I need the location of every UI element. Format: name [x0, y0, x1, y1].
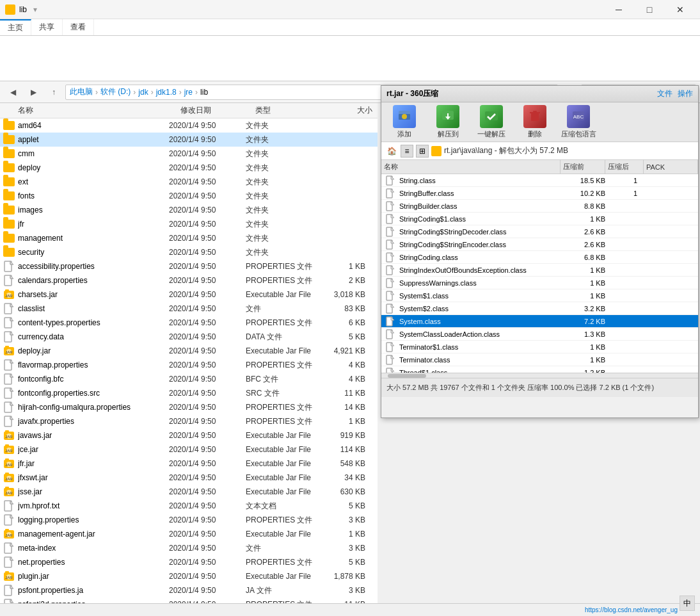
svg-rect-31	[5, 473, 9, 474]
zip-home-icon[interactable]: 🏠	[385, 145, 398, 158]
file-row[interactable]: fonts2020/1/4 9:50文件夹	[0, 189, 378, 203]
file-size: 3 KB	[322, 586, 370, 595]
file-row[interactable]: deploy2020/1/4 9:50文件夹	[0, 161, 378, 175]
forward-button[interactable]: ▶	[24, 84, 42, 101]
zip-file-icon	[384, 302, 397, 315]
zip-file-row[interactable]: System.class7.2 KB	[381, 315, 698, 328]
extract-label: 解压到	[438, 129, 459, 139]
zip-file-name: String.class	[399, 177, 566, 184]
zip-nav-grid[interactable]: ⊞	[416, 145, 429, 158]
zip-file-row[interactable]: Terminator$1.class1 KB	[381, 341, 698, 353]
file-row[interactable]: JARdeploy.jar2020/1/4 9:50Executable Jar…	[0, 344, 378, 358]
file-row[interactable]: JARplugin.jar2020/1/4 9:50Executable Jar…	[0, 569, 378, 583]
zip-nav-list[interactable]: ≡	[401, 145, 413, 158]
file-row[interactable]: applet2020/1/4 9:50文件夹	[0, 133, 378, 147]
zip-file-row[interactable]: String.class18.5 KB1	[381, 174, 698, 187]
file-size: 34 KB	[322, 473, 370, 482]
zip-file-row[interactable]: StringBuilder.class8.8 KB	[381, 200, 698, 213]
file-row[interactable]: security2020/1/4 9:50文件夹	[0, 245, 378, 259]
col-header-name[interactable]: 名称	[15, 105, 178, 116]
file-row[interactable]: JARjavaws.jar2020/1/4 9:50Executable Jar…	[0, 428, 378, 442]
zip-file-row[interactable]: Thread$1.class1.2 KB	[381, 366, 698, 373]
file-row[interactable]: jvm.hprof.txt2020/1/4 9:50文本文档5 KB	[0, 499, 378, 513]
zip-tool-extract[interactable]: 解压到	[430, 105, 466, 139]
file-row[interactable]: meta-index2020/1/4 9:50文件3 KB	[0, 541, 378, 555]
file-row[interactable]: currency.data2020/1/4 9:50DATA 文件5 KB	[0, 330, 378, 344]
zip-col-after[interactable]: 压缩后	[605, 160, 644, 174]
title-bar-controls: ─ □ ✕	[604, 0, 695, 19]
zip-tool-onekey[interactable]: 一键解压	[473, 105, 509, 139]
tab-view[interactable]: 查看	[63, 19, 94, 35]
file-row[interactable]: fontconfig.bfc2020/1/4 9:50BFC 文件4 KB	[0, 372, 378, 386]
file-row[interactable]: hijrah-config-umalqura.properties2020/1/…	[0, 400, 378, 414]
back-button[interactable]: ◀	[4, 84, 22, 101]
tab-home[interactable]: 主页	[0, 19, 31, 35]
close-button[interactable]: ✕	[665, 0, 695, 19]
file-date: 2020/1/4 9:50	[169, 487, 246, 496]
minimize-button[interactable]: ─	[604, 0, 633, 19]
file-row[interactable]: JARjfr.jar2020/1/4 9:50Executable Jar Fi…	[0, 457, 378, 471]
zip-tool-add[interactable]: 添加	[386, 105, 422, 139]
file-row[interactable]: cmm2020/1/4 9:50文件夹	[0, 147, 378, 161]
zip-file-row[interactable]: StringCoding.class6.8 KB	[381, 251, 698, 264]
zip-tool-lang[interactable]: ABC 压缩包语言	[561, 105, 596, 139]
ribbon-placeholder	[5, 54, 7, 62]
zip-file-row[interactable]: SystemClassLoaderAction.class1.3 KB	[381, 328, 698, 341]
zip-file-row[interactable]: StringBuffer.class10.2 KB1	[381, 187, 698, 200]
file-row[interactable]: JARjfxswt.jar2020/1/4 9:50Executable Jar…	[0, 471, 378, 485]
file-icon	[3, 330, 15, 343]
file-row[interactable]: javafx.properties2020/1/4 9:50PROPERTIES…	[0, 414, 378, 428]
svg-point-65	[402, 114, 407, 119]
zip-file-row[interactable]: SuppressWarnings.class1 KB	[381, 277, 698, 289]
zip-tool-delete[interactable]: 删除	[517, 105, 553, 139]
file-row[interactable]: amd642020/1/4 9:50文件夹	[0, 118, 378, 133]
file-row[interactable]: JARjce.jar2020/1/4 9:50Executable Jar Fi…	[0, 442, 378, 457]
zip-file-row[interactable]: System$1.class1 KB	[381, 289, 698, 302]
file-row[interactable]: ext2020/1/4 9:50文件夹	[0, 175, 378, 189]
zip-file-row[interactable]: StringCoding$1.class1 KB	[381, 213, 698, 225]
file-row[interactable]: fontconfig.properties.src2020/1/4 9:50SR…	[0, 386, 378, 400]
file-row[interactable]: calendars.properties2020/1/4 9:50PROPERT…	[0, 273, 378, 288]
file-list-container: 名称 修改日期 类型 大小 amd642020/1/4 9:50文件夹apple…	[0, 103, 378, 616]
file-row[interactable]: psfont.properties.ja2020/1/4 9:50JA 文件3 …	[0, 583, 378, 597]
file-row[interactable]: jfr2020/1/4 9:50文件夹	[0, 217, 378, 231]
zip-action-file[interactable]: 文件	[657, 88, 672, 99]
tab-share[interactable]: 共享	[31, 19, 63, 35]
zip-file-row[interactable]: StringCoding$StringDecoder.class2.6 KB	[381, 225, 698, 238]
file-row[interactable]: classlist2020/1/4 9:50文件83 KB	[0, 302, 378, 316]
file-row[interactable]: JARcharsets.jar2020/1/4 9:50Executable J…	[0, 288, 378, 302]
up-button[interactable]: ↑	[45, 84, 63, 101]
file-row[interactable]: JARjsse.jar2020/1/4 9:50Executable Jar F…	[0, 485, 378, 499]
file-name: images	[18, 206, 169, 215]
file-row[interactable]: management2020/1/4 9:50文件夹	[0, 231, 378, 245]
zip-hscrollbar[interactable]	[381, 373, 698, 378]
zip-col-name[interactable]: 名称	[381, 160, 561, 174]
zip-file-row[interactable]: Terminator.class1 KB	[381, 353, 698, 366]
svg-text:JAR: JAR	[5, 533, 13, 537]
file-row[interactable]: accessibility.properties2020/1/4 9:50PRO…	[0, 259, 378, 273]
file-row[interactable]: images2020/1/4 9:50文件夹	[0, 203, 378, 217]
zip-file-size-before: 6.8 KB	[566, 254, 610, 261]
zip-file-size-before: 1 KB	[566, 215, 610, 223]
folder-icon	[3, 246, 15, 259]
zip-window-title: rt.jar - 360压缩	[386, 88, 438, 99]
zip-col-pack[interactable]: PACK	[644, 160, 698, 174]
status-link[interactable]: https://blog.csdn.net/avenger_ug	[585, 606, 678, 613]
file-type: Executable Jar File	[246, 459, 322, 468]
file-row[interactable]: content-types.properties2020/1/4 9:50PRO…	[0, 316, 378, 330]
col-header-type[interactable]: 类型	[253, 105, 328, 116]
ime-button[interactable]: 中	[680, 596, 695, 611]
zip-file-row[interactable]: System$2.class3.2 KB	[381, 302, 698, 315]
zip-action-operate[interactable]: 操作	[678, 88, 693, 99]
file-row[interactable]: logging.properties2020/1/4 9:50PROPERTIE…	[0, 513, 378, 527]
svg-rect-3	[5, 289, 9, 291]
file-row[interactable]: net.properties2020/1/4 9:50PROPERTIES 文件…	[0, 555, 378, 569]
maximize-button[interactable]: □	[635, 0, 664, 19]
col-header-size[interactable]: 大小	[328, 105, 378, 116]
col-header-date[interactable]: 修改日期	[178, 105, 253, 116]
file-row[interactable]: flavormap.properties2020/1/4 9:50PROPERT…	[0, 358, 378, 372]
zip-file-row[interactable]: StringIndexOutOfBoundsException.class1 K…	[381, 264, 698, 277]
zip-col-before[interactable]: 压缩前	[561, 160, 605, 174]
file-row[interactable]: JARmanagement-agent.jar2020/1/4 9:50Exec…	[0, 527, 378, 541]
zip-file-row[interactable]: StringCoding$StringEncoder.class2.6 KB	[381, 238, 698, 251]
